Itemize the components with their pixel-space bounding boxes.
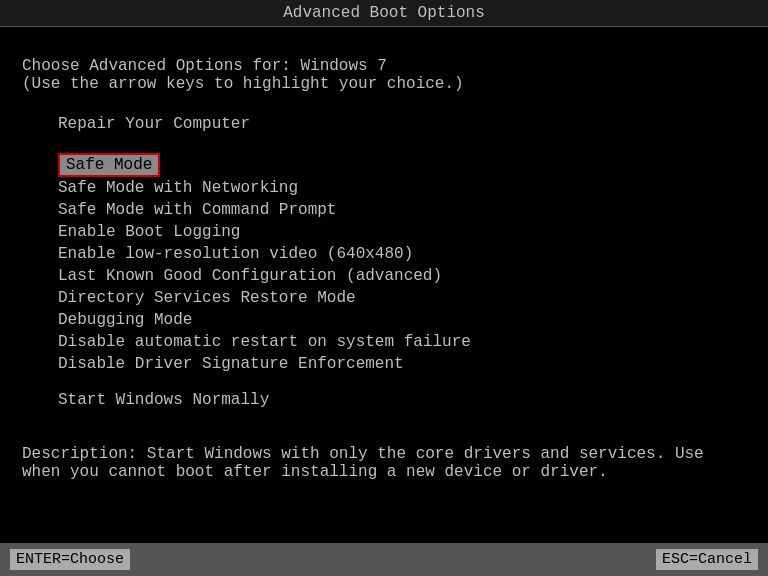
menu-item-start-windows-normally[interactable]: Start Windows Normally xyxy=(22,389,746,411)
header-line1: Choose Advanced Options for: Windows 7 xyxy=(22,57,746,75)
menu-item-safe-mode-command-prompt[interactable]: Safe Mode with Command Prompt xyxy=(22,199,746,221)
title-bar: Advanced Boot Options xyxy=(0,0,768,27)
menu-item-directory-services-restore[interactable]: Directory Services Restore Mode xyxy=(22,287,746,309)
description-line1: Description: Start Windows with only the… xyxy=(22,445,746,463)
repair-computer-item[interactable]: Repair Your Computer xyxy=(22,113,746,135)
menu-item-enable-low-res-video[interactable]: Enable low-resolution video (640x480) xyxy=(22,243,746,265)
menu-item-disable-driver-signature[interactable]: Disable Driver Signature Enforcement xyxy=(22,353,746,375)
footer-esc: ESC=Cancel xyxy=(656,549,758,570)
footer-bar: ENTER=Choose ESC=Cancel xyxy=(0,543,768,576)
description-section: Description: Start Windows with only the… xyxy=(22,445,746,481)
title-text: Advanced Boot Options xyxy=(283,4,485,22)
menu-item-safe-mode-networking[interactable]: Safe Mode with Networking xyxy=(22,177,746,199)
header-section: Choose Advanced Options for: Windows 7 (… xyxy=(22,57,746,93)
description-line2: when you cannot boot after installing a … xyxy=(22,463,746,481)
menu-list: Safe ModeSafe Mode with NetworkingSafe M… xyxy=(22,153,746,411)
menu-item-last-known-good[interactable]: Last Known Good Configuration (advanced) xyxy=(22,265,746,287)
menu-item-debugging-mode[interactable]: Debugging Mode xyxy=(22,309,746,331)
menu-item-enable-boot-logging[interactable]: Enable Boot Logging xyxy=(22,221,746,243)
menu-item-safe-mode[interactable]: Safe Mode xyxy=(58,153,160,177)
menu-item-disable-auto-restart[interactable]: Disable automatic restart on system fail… xyxy=(22,331,746,353)
header-line2: (Use the arrow keys to highlight your ch… xyxy=(22,75,746,93)
footer-enter: ENTER=Choose xyxy=(10,549,130,570)
